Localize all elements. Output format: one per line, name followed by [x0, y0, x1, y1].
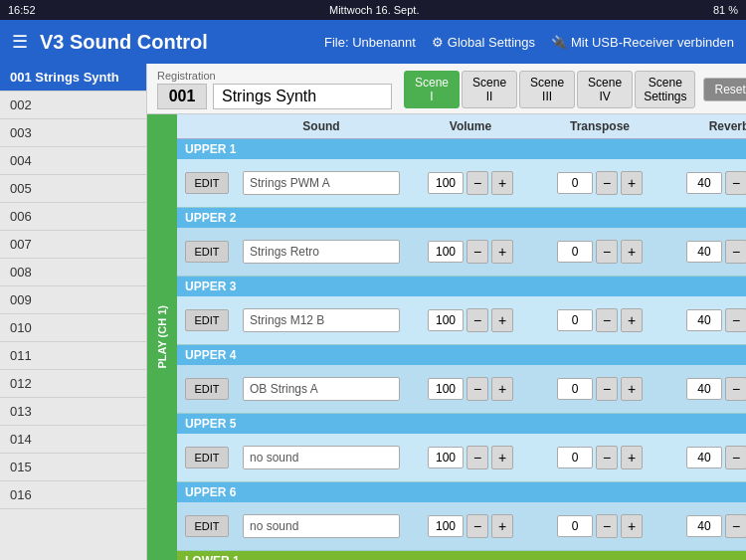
- sidebar-item-005[interactable]: 005: [0, 175, 146, 203]
- sidebar-item-008[interactable]: 008: [0, 259, 146, 286]
- reverb-cell-6: 40 − +: [664, 510, 746, 542]
- sidebar-item-010[interactable]: 010: [0, 314, 146, 342]
- sound-input-5[interactable]: [243, 446, 400, 469]
- rows-area: Sound Volume Transpose Reverb UPPER 1EDI…: [177, 114, 746, 560]
- edit-button-4[interactable]: EDIT: [185, 378, 228, 400]
- reverb-minus-5[interactable]: −: [725, 446, 746, 469]
- col-reverb: Reverb: [664, 117, 746, 135]
- transpose-minus-2[interactable]: −: [596, 240, 618, 264]
- file-label: File: Unbenannt: [324, 35, 416, 50]
- sidebar-item-002[interactable]: 002: [0, 92, 146, 119]
- global-settings-button[interactable]: ⚙ Global Settings: [432, 35, 535, 50]
- volume-minus-4[interactable]: −: [466, 377, 488, 401]
- sidebar-item-009[interactable]: 009: [0, 286, 146, 314]
- reverb-minus-2[interactable]: −: [725, 240, 746, 264]
- volume-minus-5[interactable]: −: [466, 446, 488, 469]
- edit-button-1[interactable]: EDIT: [185, 172, 228, 194]
- transpose-minus-1[interactable]: −: [596, 171, 618, 195]
- upper-header-6: UPPER 6: [177, 482, 746, 502]
- upper-row-5: EDIT 100 − + 0 − + 40 − +: [177, 434, 746, 481]
- scene-button-2[interactable]: Scene III: [519, 71, 575, 108]
- sidebar-item-014[interactable]: 014: [0, 426, 146, 454]
- upper-section-4: UPPER 4EDIT 100 − + 0 − + 40 − +: [177, 345, 746, 414]
- sidebar-item-003[interactable]: 003: [0, 119, 146, 147]
- volume-minus-2[interactable]: −: [466, 240, 488, 264]
- volume-plus-5[interactable]: +: [491, 446, 513, 469]
- sidebar-item-012[interactable]: 012: [0, 370, 146, 398]
- sidebar-item-011[interactable]: 011: [0, 342, 146, 370]
- reverb-minus-4[interactable]: −: [725, 377, 746, 401]
- sound-cell-2: [237, 236, 406, 268]
- transpose-cell-5: 0 − +: [535, 442, 664, 473]
- edit-button-6[interactable]: EDIT: [185, 515, 228, 537]
- transpose-minus-3[interactable]: −: [596, 308, 618, 332]
- transpose-plus-1[interactable]: +: [621, 171, 643, 195]
- sidebar-item-016[interactable]: 016: [0, 481, 146, 509]
- volume-plus-1[interactable]: +: [491, 171, 513, 195]
- volume-plus-6[interactable]: +: [491, 514, 513, 538]
- menu-icon[interactable]: ☰: [12, 31, 28, 53]
- usb-icon: 🔌: [551, 35, 567, 50]
- transpose-minus-4[interactable]: −: [596, 377, 618, 401]
- status-battery: 81 %: [713, 4, 738, 16]
- edit-button-5[interactable]: EDIT: [185, 447, 228, 468]
- reverb-minus-3[interactable]: −: [725, 308, 746, 332]
- transpose-value-2: 0: [557, 241, 593, 263]
- reverb-value-3: 40: [686, 309, 722, 331]
- registration-name-input[interactable]: [213, 84, 392, 109]
- edit-button-3[interactable]: EDIT: [185, 309, 228, 331]
- sound-input-6[interactable]: [243, 514, 400, 538]
- edit-cell-6: EDIT: [177, 511, 237, 541]
- sidebar-item-006[interactable]: 006: [0, 203, 146, 231]
- play-label: PLAY (CH 1): [156, 305, 168, 369]
- transpose-minus-6[interactable]: −: [596, 514, 618, 538]
- content-area: Registration 001 Scene IScene IIScene II…: [147, 64, 746, 560]
- reset-button[interactable]: Reset: [703, 78, 746, 101]
- sound-input-1[interactable]: [243, 171, 400, 195]
- reverb-minus-1[interactable]: −: [725, 171, 746, 195]
- transpose-plus-2[interactable]: +: [621, 240, 643, 264]
- sound-input-4[interactable]: [243, 377, 400, 401]
- scene-button-4[interactable]: Scene Settings: [635, 71, 695, 108]
- transpose-minus-5[interactable]: −: [596, 446, 618, 469]
- sidebar-item-015[interactable]: 015: [0, 454, 146, 481]
- reverb-cell-2: 40 − +: [664, 236, 746, 268]
- upper-row-2: EDIT 100 − + 0 − + 40 − +: [177, 228, 746, 276]
- transpose-plus-3[interactable]: +: [621, 308, 643, 332]
- sidebar-item-001[interactable]: 001 Strings Synth: [0, 64, 146, 92]
- registration-label-group: Registration 001: [157, 70, 392, 109]
- scene-button-0[interactable]: Scene I: [404, 71, 460, 108]
- upper-header-4: UPPER 4: [177, 345, 746, 365]
- registration-number: 001: [157, 84, 207, 109]
- transpose-cell-2: 0 − +: [535, 236, 664, 268]
- upper-section-1: UPPER 1EDIT 100 − + 0 − + 40 − +: [177, 139, 746, 208]
- scene-button-3[interactable]: Scene IV: [577, 71, 633, 108]
- sidebar-item-004[interactable]: 004: [0, 147, 146, 175]
- sound-input-3[interactable]: [243, 308, 400, 332]
- sidebar-item-013[interactable]: 013: [0, 398, 146, 426]
- sidebar-item-007[interactable]: 007: [0, 231, 146, 259]
- sound-input-2[interactable]: [243, 240, 400, 264]
- transpose-plus-6[interactable]: +: [621, 514, 643, 538]
- gear-icon: ⚙: [432, 35, 444, 50]
- usb-connect-button[interactable]: 🔌 Mit USB-Receiver verbinden: [551, 35, 734, 50]
- volume-minus-3[interactable]: −: [466, 308, 488, 332]
- transpose-plus-5[interactable]: +: [621, 446, 643, 469]
- status-day: Mittwoch 16. Sept.: [329, 4, 420, 16]
- volume-minus-6[interactable]: −: [466, 514, 488, 538]
- sound-cell-5: [237, 442, 406, 473]
- col-sound: Sound: [237, 117, 406, 135]
- transpose-value-3: 0: [557, 309, 593, 331]
- volume-plus-4[interactable]: +: [491, 377, 513, 401]
- transpose-plus-4[interactable]: +: [621, 377, 643, 401]
- edit-button-2[interactable]: EDIT: [185, 241, 228, 263]
- upper-row-4: EDIT 100 − + 0 − + 40 − +: [177, 365, 746, 413]
- volume-value-5: 100: [428, 447, 464, 468]
- volume-minus-1[interactable]: −: [466, 171, 488, 195]
- volume-plus-2[interactable]: +: [491, 240, 513, 264]
- registration-bar: Registration 001 Scene IScene IIScene II…: [147, 64, 746, 114]
- sound-cell-6: [237, 510, 406, 542]
- reverb-minus-6[interactable]: −: [725, 514, 746, 538]
- scene-button-1[interactable]: Scene II: [462, 71, 517, 108]
- volume-plus-3[interactable]: +: [491, 308, 513, 332]
